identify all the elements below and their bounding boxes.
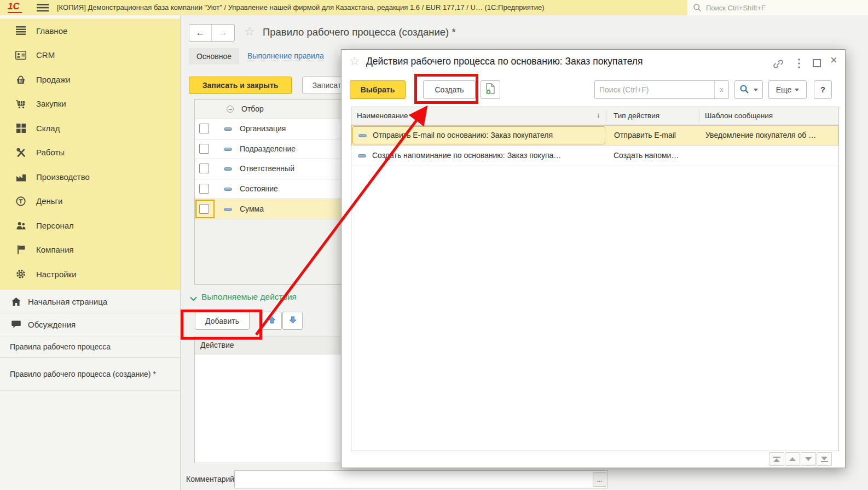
sidebar-item-crm[interactable]: CRM [0,43,180,68]
list-item-icon [358,154,366,158]
back-arrow-icon: ← [196,27,205,38]
filter-list: Отбор Организация Подразделение Ответств… [194,99,358,285]
favorite-star-icon[interactable]: ☆ [244,26,255,38]
new-document-icon [485,83,496,97]
sidebar-sections: Главное CRM Продажи Закупки Склад Работы [0,15,180,290]
add-action-button[interactable]: Добавить [195,312,250,330]
go-down-button[interactable] [801,452,816,466]
screen: 1С [КОПИЯ] Демонстрационная база компани… [0,0,868,490]
search-icon [693,3,702,12]
menu-icon[interactable] [36,3,49,14]
create-button[interactable]: Создать [423,80,476,99]
search-options-button[interactable] [734,80,763,99]
checkbox[interactable] [199,184,209,194]
sidebar-item-works[interactable]: Работы [0,141,180,165]
filter-row-department[interactable]: Подразделение [195,139,358,160]
1c-logo: 1С [8,1,22,13]
actions-section-title[interactable]: Выполняемые действия [201,292,297,302]
menu-lines-icon [15,26,26,35]
list-item-icon [358,134,367,137]
sidebar-item-warehouse[interactable]: Склад [0,116,180,141]
filter-row-responsible[interactable]: Ответственный [195,159,358,179]
link-icon[interactable] [773,59,784,72]
back-button[interactable]: ← [189,25,212,41]
sidebar-item-sales[interactable]: Продажи [0,67,180,92]
filter-row-organization[interactable]: Организация [195,119,358,139]
topbar: 1С [КОПИЯ] Демонстрационная база компани… [0,0,868,15]
column-action-type[interactable]: Тип действия [614,112,659,120]
modal-search[interactable]: x [594,80,729,99]
go-first-button[interactable] [769,452,784,466]
go-last-button[interactable] [817,452,832,466]
kebab-menu-icon[interactable] [797,58,801,71]
global-search-input[interactable] [705,3,842,13]
tools-icon [15,148,26,158]
arrow-up-icon [268,316,276,326]
maximize-icon[interactable] [813,59,821,67]
sidebar-item-home[interactable]: Начальная страница [0,290,180,313]
checkbox[interactable] [199,164,209,173]
move-up-button[interactable] [262,312,282,330]
go-up-button[interactable] [785,452,800,466]
more-button[interactable]: Еще [768,80,807,99]
forward-arrow-icon: → [218,27,228,38]
column-message-template[interactable]: Шаблон сообщения [705,112,773,120]
save-and-close-button[interactable]: Записать и закрыть [189,77,292,94]
favorite-star-icon[interactable]: ☆ [349,55,360,67]
sidebar-item-discussions[interactable]: Обсуждения [0,313,180,336]
collapse-icon[interactable] [227,106,234,113]
dropdown-caret-icon [795,89,799,91]
chat-icon [11,320,21,329]
equals-condition-icon [224,188,232,191]
modal-search-input[interactable] [595,81,714,98]
global-search[interactable] [687,0,868,15]
checkbox[interactable] [199,144,209,154]
equals-condition-icon [224,148,232,151]
window-tab-rule-new[interactable]: Правило рабочего процесса (создание) * [0,358,180,391]
filter-row-amount[interactable]: Сумма [195,199,358,219]
contact-card-icon [15,51,26,60]
sidebar-item-company[interactable]: Компания [0,238,180,262]
comment-label: Комментарий: [186,475,236,483]
search-icon [739,84,749,96]
filter-row-state[interactable]: Состояние [195,179,358,200]
comment-field[interactable]: ... [234,470,608,488]
checkbox[interactable] [199,124,209,133]
actions-column-header: Действие [195,336,358,354]
tab-rule-execution[interactable]: Выполнение правила [247,51,324,61]
window-title: [КОПИЯ] Демонстрационная база компании "… [57,3,545,11]
checkbox[interactable] [199,204,209,214]
filter-header-row: Отбор [195,100,358,119]
select-button[interactable]: Выбрать [350,80,406,99]
column-name[interactable]: Наименование [357,112,408,120]
table-row[interactable]: Отправить E-mail по основанию: Заказ пок… [351,125,838,145]
comment-more-button[interactable]: ... [593,472,606,487]
people-icon [15,221,26,230]
forward-button[interactable]: → [212,25,234,41]
comment-input[interactable] [237,472,587,486]
table-row[interactable]: Создать напоминание по основанию: Заказ … [351,146,838,166]
sort-descending-icon: ↓ [597,111,600,119]
move-down-button[interactable] [282,312,303,330]
help-button[interactable]: ? [814,80,832,99]
sidebar-item-purchases[interactable]: Закупки [0,92,180,116]
page-title: Правило рабочего процесса (создание) * [263,26,456,38]
create-new-group-button[interactable] [481,80,500,99]
actions-list: Действие [194,336,358,463]
sidebar-item-settings[interactable]: Настройки [0,262,180,287]
arrow-down-icon [288,316,297,326]
chevron-down-icon[interactable] [190,294,197,304]
clear-search-button[interactable]: x [714,81,728,98]
sidebar-item-staff[interactable]: Персонал [0,213,180,238]
tab-main[interactable]: Основное [189,48,239,65]
sidebar-item-production[interactable]: Производство [0,165,180,189]
gear-icon [15,269,26,279]
cart-icon [15,99,26,109]
modal-workflow-actions: ☆ Действия рабочего процесса по основани… [341,49,846,468]
home-icon [11,297,21,306]
window-tab-rules-list[interactable]: Правила рабочего процесса [0,336,180,358]
flag-icon [15,245,26,254]
close-icon[interactable]: × [830,54,837,66]
sidebar-item-main[interactable]: Главное [0,19,180,43]
sidebar-item-money[interactable]: Деньги [0,189,180,214]
